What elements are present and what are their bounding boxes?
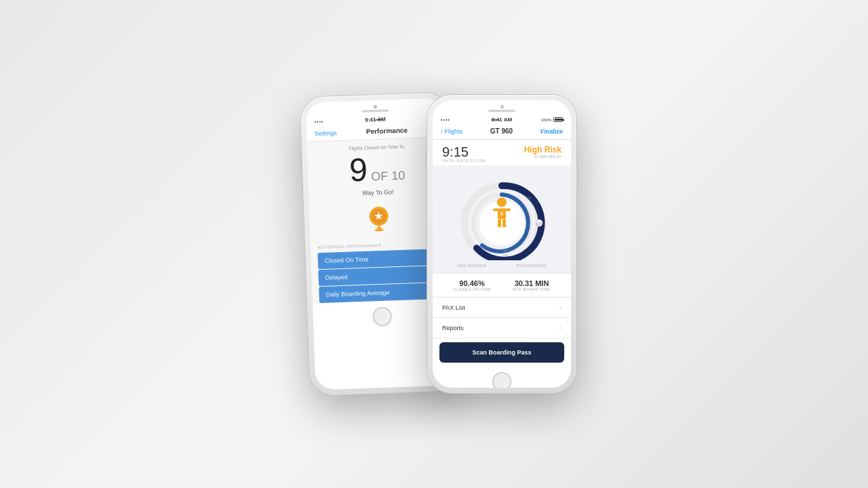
person-icon: 6 xyxy=(491,197,513,232)
nav-finalize[interactable]: Finalize xyxy=(540,128,563,135)
phone-right: •••• 9:41 AM 100% ‹ Flights GT 960 Final… xyxy=(427,95,576,393)
risk-block: High Risk 12 MIN DELAY xyxy=(524,145,561,159)
stat2-label: AVG BOARD TIME xyxy=(513,287,550,291)
svg-text:15: 15 xyxy=(527,196,532,200)
camera-dot-left xyxy=(373,105,376,108)
timer-label: UNTIL GATE CLOSE xyxy=(442,159,486,163)
reports-item[interactable]: Reports › xyxy=(433,318,571,338)
svg-rect-15 xyxy=(493,208,498,211)
gauge-labels: PRE-BOARDS PASSENGERS xyxy=(442,264,561,268)
svg-text:6: 6 xyxy=(500,211,503,216)
gauge-area: 160 15 17 166 xyxy=(433,165,571,273)
battery-icon xyxy=(553,117,563,122)
nav-flights-back[interactable]: ‹ Flights xyxy=(441,128,462,135)
pre-boards-label: PRE-BOARDS xyxy=(457,264,486,268)
avg-board-time-stat: 30.31 MIN AVG BOARD TIME xyxy=(513,279,550,291)
status-bar-right: •••• 9:41 AM 100% xyxy=(433,113,571,123)
battery-percent: 100% xyxy=(541,118,551,122)
home-button-container-right xyxy=(433,367,571,388)
camera-dot-right xyxy=(500,105,504,108)
delay-text: 12 MIN DELAY xyxy=(524,155,561,159)
speaker-left xyxy=(361,109,389,112)
stat2-value: 30.31 MIN xyxy=(513,279,550,287)
home-button-left[interactable] xyxy=(372,306,392,326)
svg-rect-18 xyxy=(502,219,506,227)
time-left: 9:41 AM xyxy=(365,117,386,123)
svg-rect-17 xyxy=(498,219,501,227)
timer-block: 9:15 UNTIL GATE CLOSE xyxy=(442,145,486,163)
score-total: 10 xyxy=(391,169,406,183)
gauge-wrapper: 160 15 17 166 xyxy=(451,172,553,260)
scan-boarding-pass-button[interactable]: Scan Boarding Pass xyxy=(439,342,564,363)
score-of: OF xyxy=(368,169,392,183)
nav-performance-title: Performance xyxy=(366,126,408,135)
svg-text:17: 17 xyxy=(503,249,507,253)
nav-settings[interactable]: Settings xyxy=(315,129,337,137)
phone-right-inner: •••• 9:41 AM 100% ‹ Flights GT 960 Final… xyxy=(433,100,571,388)
nav-bar-right: ‹ Flights GT 960 Finalize xyxy=(433,123,571,140)
score-number: 9 xyxy=(349,152,368,188)
home-button-right[interactable] xyxy=(492,372,511,388)
battery-fill xyxy=(555,119,562,121)
time-right: 9:41 AM xyxy=(492,117,512,123)
stat1-label: CLOSED ON TIME xyxy=(453,287,490,291)
medal-icon: ★ xyxy=(366,201,392,232)
stats-row: 90.46% CLOSED ON TIME 30.31 MIN AVG BOAR… xyxy=(433,273,571,298)
speaker-right xyxy=(488,110,515,112)
flight-timer-row: 9:15 UNTIL GATE CLOSE High Risk 12 MIN D… xyxy=(433,140,571,165)
flights-closed-label: Flights Closed On Time To xyxy=(314,143,439,152)
svg-text:★: ★ xyxy=(374,211,384,222)
svg-rect-16 xyxy=(505,208,511,211)
pax-list-item[interactable]: PAX List › xyxy=(433,298,571,318)
right-screen-content: 9:15 UNTIL GATE CLOSE High Risk 12 MIN D… xyxy=(433,140,571,367)
svg-text:160: 160 xyxy=(536,222,543,226)
battery-container: 100% xyxy=(541,117,563,122)
timer-number: 9:15 xyxy=(442,145,486,159)
pax-list-chevron: › xyxy=(559,304,561,311)
svg-text:166: 166 xyxy=(502,253,509,258)
phones-container: •••• 9:41 AM ▲ Settings Performance Flig… xyxy=(285,95,583,393)
nav-flight-title: GT 960 xyxy=(490,127,513,135)
badge-container: ★ xyxy=(316,199,441,235)
reports-chevron: › xyxy=(559,324,561,331)
passengers-label: PASSENGERS xyxy=(517,264,547,268)
closed-on-time-stat: 90.46% CLOSED ON TIME xyxy=(453,279,490,291)
svg-rect-3 xyxy=(377,227,381,229)
way-to-go: Way To Go! xyxy=(315,187,440,198)
svg-rect-4 xyxy=(375,229,383,231)
high-risk-text: High Risk xyxy=(524,145,561,155)
bottom-menu: PAX List › Reports › xyxy=(433,298,571,338)
stat1-value: 90.46% xyxy=(453,279,490,287)
score-display: 9 OF 10 xyxy=(314,151,440,188)
svg-point-13 xyxy=(497,197,507,207)
